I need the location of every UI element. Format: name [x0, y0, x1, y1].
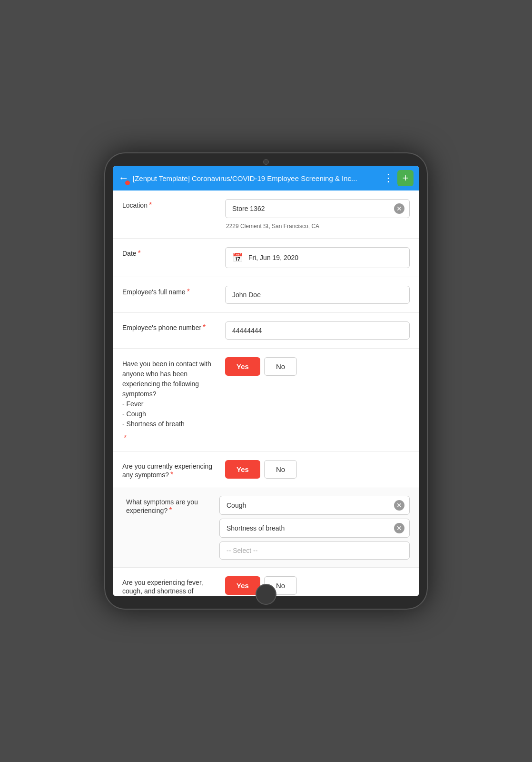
fever-yes-button[interactable]: Yes — [225, 576, 260, 595]
employee-name-control-col: John Doe — [225, 286, 410, 304]
symptoms-sub-label: What symptoms are you experiencing? — [126, 498, 198, 514]
location-input[interactable]: Store 1362 ✕ — [225, 199, 410, 218]
date-label: Date — [122, 250, 137, 257]
symptoms-control-col: Yes No — [225, 460, 410, 479]
location-control-col: Store 1362 ✕ 2229 Clement St, San Franci… — [225, 199, 410, 230]
symptoms-no-button[interactable]: No — [264, 460, 297, 479]
contact-question-row: Have you been in contact with anyone who… — [113, 349, 419, 451]
fever-question-label-col: Are you experiencing fever, cough, and s… — [122, 576, 217, 596]
symptoms-sub-control-col: Cough ✕ Shortness of breath ✕ -- Select … — [219, 496, 410, 560]
location-address: 2229 Clement St, San Francisco, CA — [225, 221, 410, 230]
date-value: Fri, Jun 19, 2020 — [248, 254, 298, 261]
employee-name-row: Employee's full name* John Doe — [113, 277, 419, 313]
employee-name-value: John Doe — [232, 291, 261, 299]
symptoms-sub-row: What symptoms are you experiencing?* Cou… — [126, 496, 410, 560]
symptoms-sub-required: * — [169, 506, 172, 514]
date-required: * — [138, 249, 141, 257]
employee-phone-label-col: Employee's phone number* — [122, 321, 217, 332]
symptom1-input[interactable]: Cough ✕ — [219, 496, 410, 515]
employee-phone-input[interactable]: 44444444 — [225, 321, 410, 340]
employee-name-label: Employee's full name — [122, 288, 186, 296]
location-label-col: Location* — [122, 199, 217, 210]
app-header: ← [Zenput Template] Coronavirus/COVID-19… — [113, 166, 419, 190]
date-input[interactable]: 📅 Fri, Jun 19, 2020 — [225, 247, 410, 268]
symptoms-yes-no-group: Yes No — [225, 460, 410, 479]
calendar-icon: 📅 — [232, 252, 243, 263]
symptoms-question-label-col: Are you currently experiencing any sympt… — [122, 460, 217, 479]
tablet-camera — [263, 159, 269, 165]
back-button[interactable]: ← — [118, 172, 129, 184]
symptom1-value: Cough — [227, 501, 394, 509]
employee-name-label-col: Employee's full name* — [122, 286, 217, 296]
symptom2-clear-button[interactable]: ✕ — [394, 523, 404, 533]
date-label-col: Date* — [122, 247, 217, 258]
contact-yes-button[interactable]: Yes — [225, 357, 260, 376]
location-value: Store 1362 — [232, 205, 394, 212]
contact-no-button[interactable]: No — [264, 357, 297, 376]
contact-required: * — [124, 434, 127, 442]
symptom2-input[interactable]: Shortness of breath ✕ — [219, 519, 410, 538]
fever-question-label: Are you experiencing fever, cough, and s… — [122, 579, 203, 596]
symptoms-sub-section: What symptoms are you experiencing?* Cou… — [113, 488, 419, 568]
employee-phone-control-col: 44444444 — [225, 321, 410, 340]
symptom2-value: Shortness of breath — [227, 524, 394, 532]
contact-question-label-col: Have you been in contact with anyone who… — [122, 357, 217, 442]
employee-phone-label: Employee's phone number — [122, 324, 201, 331]
tablet-frame: ← [Zenput Template] Coronavirus/COVID-19… — [104, 152, 428, 610]
symptom1-clear-button[interactable]: ✕ — [394, 500, 404, 511]
employee-phone-value: 44444444 — [232, 327, 262, 334]
fever-yes-no-group: Yes No — [225, 576, 410, 595]
tablet-screen: ← [Zenput Template] Coronavirus/COVID-19… — [113, 166, 419, 596]
location-clear-button[interactable]: ✕ — [394, 203, 404, 214]
fever-question-required: * — [146, 595, 149, 596]
symptom-select[interactable]: -- Select -- — [219, 541, 410, 560]
notification-dot — [125, 180, 130, 185]
employee-name-required: * — [187, 288, 190, 296]
symptoms-sub-label-col: What symptoms are you experiencing?* — [126, 496, 212, 515]
add-icon: + — [403, 172, 409, 184]
fever-control-col: Yes No — [225, 576, 410, 595]
header-title: [Zenput Template] Coronavirus/COVID-19 E… — [133, 174, 383, 182]
contact-control-col: Yes No — [225, 357, 410, 376]
date-row: Date* 📅 Fri, Jun 19, 2020 — [113, 239, 419, 277]
contact-yes-no-group: Yes No — [225, 357, 410, 376]
location-label: Location — [122, 201, 148, 209]
tablet-home-button[interactable] — [256, 584, 276, 605]
add-button[interactable]: + — [397, 170, 414, 186]
contact-question-text: Have you been in contact with anyone who… — [122, 359, 217, 429]
symptom-select-placeholder: -- Select -- — [227, 547, 257, 554]
form-content: Location* Store 1362 ✕ 2229 Clement St, … — [113, 190, 419, 596]
symptoms-yes-button[interactable]: Yes — [225, 460, 260, 479]
employee-phone-required: * — [203, 323, 206, 331]
more-options-button[interactable]: ⋮ — [383, 172, 394, 184]
symptoms-question-row: Are you currently experiencing any sympt… — [113, 451, 419, 488]
employee-phone-row: Employee's phone number* 44444444 — [113, 313, 419, 349]
symptoms-question-required: * — [170, 471, 173, 479]
employee-name-input[interactable]: John Doe — [225, 286, 410, 304]
date-control-col: 📅 Fri, Jun 19, 2020 — [225, 247, 410, 268]
symptoms-question-label: Are you currently experiencing any sympt… — [122, 462, 212, 479]
location-required: * — [149, 201, 152, 209]
location-row: Location* Store 1362 ✕ 2229 Clement St, … — [113, 190, 419, 239]
